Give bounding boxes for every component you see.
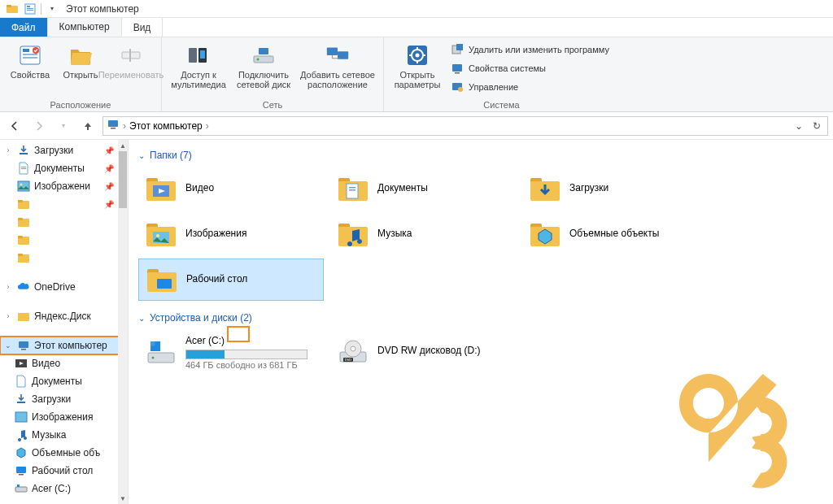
folder-desktop[interactable]: Рабочий стол <box>138 259 324 301</box>
map-drive-button[interactable]: Подключить сетевой диск <box>232 41 295 98</box>
media-label: Доступ к мультимедиа <box>168 70 229 89</box>
sidebar-item-documents[interactable]: Документы <box>0 372 119 390</box>
svg-rect-83 <box>157 279 172 289</box>
title-bar: ▾ Этот компьютер <box>0 0 833 18</box>
media-access-button[interactable]: Доступ к мультимедиа <box>168 41 229 98</box>
sidebar-item-yandex[interactable]: ›Яндекс.Диск <box>0 307 119 325</box>
drive-free-text: 464 ГБ свободно из 681 ГБ <box>185 359 307 371</box>
address-dropdown-icon[interactable]: ⌄ <box>792 120 806 132</box>
uninstall-programs-button[interactable]: Удалить или изменить программу <box>447 41 613 59</box>
drive-usage-bar <box>185 350 307 359</box>
folders-category-header[interactable]: ⌄Папки (7) <box>138 150 823 161</box>
sidebar-item-downloads[interactable]: Загрузки <box>0 390 119 408</box>
uninstall-icon <box>451 43 464 56</box>
qat-properties-icon[interactable] <box>21 1 39 17</box>
svg-point-33 <box>458 87 463 92</box>
item-label: Музыка <box>377 228 412 241</box>
item-label: Документы <box>377 182 428 195</box>
tab-view[interactable]: Вид <box>122 18 164 37</box>
sidebar-item-onedrive[interactable]: ›OneDrive <box>0 278 119 296</box>
folder-documents[interactable]: Документы <box>330 167 516 210</box>
chevron-down-icon: ⌄ <box>138 151 145 160</box>
add-network-location-button[interactable]: Добавить сетевое расположение <box>299 41 377 98</box>
svg-rect-59 <box>17 484 20 487</box>
qat-customize-icon[interactable]: ▾ <box>43 1 61 17</box>
document-icon <box>17 162 30 175</box>
sidebar-item-video[interactable]: Видео <box>0 354 119 372</box>
svg-rect-57 <box>19 474 24 476</box>
svg-rect-38 <box>21 168 26 169</box>
music-icon <box>15 428 28 441</box>
expand-icon[interactable]: › <box>3 283 13 291</box>
folder-downloads[interactable]: Загрузки <box>522 167 708 210</box>
sidebar-item-pictures[interactable]: Изображения <box>0 408 119 426</box>
drives-category-header[interactable]: ⌄Устройства и диски (2) <box>138 312 823 324</box>
tab-file[interactable]: Файл <box>0 18 48 37</box>
svg-point-76 <box>156 234 159 237</box>
content-pane: ⌄Папки (7) Видео Документы Загрузки Изоб… <box>129 140 833 504</box>
folder-music[interactable]: Музыка <box>330 213 516 255</box>
sidebar-item-folder[interactable] <box>0 213 119 231</box>
tab-computer[interactable]: Компьютер <box>48 18 122 37</box>
sidebar-label: Видео <box>32 358 60 369</box>
sidebar-item-3d-objects[interactable]: Объемные объ <box>0 444 119 462</box>
sidebar-item-folder-pinned[interactable]: 📌 <box>0 195 119 213</box>
nav-recent-button[interactable]: ▾ <box>54 116 73 136</box>
svg-rect-58 <box>15 487 27 492</box>
expand-icon[interactable]: › <box>3 146 13 154</box>
sidebar-label: Яндекс.Диск <box>34 311 91 322</box>
folder-pictures[interactable]: Изображения <box>138 213 324 255</box>
scroll-thumb[interactable] <box>119 151 127 208</box>
sidebar-item-this-pc[interactable]: ⌄Этот компьютер <box>0 337 119 354</box>
sidebar-scrollbar[interactable]: ▲ ▼ <box>118 140 128 504</box>
settings-icon <box>404 42 430 68</box>
svg-rect-69 <box>349 187 355 189</box>
svg-rect-68 <box>347 184 358 198</box>
pc-icon <box>107 118 120 133</box>
sidebar-item-acer-drive[interactable]: Acer (C:) <box>0 480 119 497</box>
svg-rect-30 <box>452 64 462 72</box>
rename-button: Переименовать <box>107 41 155 98</box>
svg-point-40 <box>20 184 23 186</box>
sidebar-item-documents[interactable]: Документы📌 <box>0 159 119 177</box>
svg-point-85 <box>152 357 155 359</box>
refresh-button[interactable]: ↻ <box>809 120 824 132</box>
sidebar-item-folder[interactable] <box>0 231 119 249</box>
drive-dvd-d[interactable]: DVD DVD RW дисковод (D:) <box>330 330 516 372</box>
group-network-label: Сеть <box>168 98 377 110</box>
properties-button[interactable]: Свойства <box>7 41 54 98</box>
nav-up-button[interactable] <box>78 116 98 136</box>
svg-rect-39 <box>18 181 29 191</box>
scroll-down-icon[interactable]: ▼ <box>118 493 128 504</box>
chevron-down-icon: ⌄ <box>138 314 145 323</box>
drive-acer-c[interactable]: Acer (C:) 464 ГБ свободно из 681 ГБ <box>138 330 324 380</box>
expand-icon[interactable]: › <box>3 312 13 320</box>
sidebar-label: Документы <box>34 163 85 174</box>
desktop-folder-icon <box>146 263 178 296</box>
collapse-icon[interactable]: ⌄ <box>3 341 13 350</box>
svg-rect-34 <box>108 120 118 127</box>
drive-name: DVD RW дисковод (D:) <box>377 345 481 358</box>
open-settings-button[interactable]: Открыть параметры <box>390 41 444 98</box>
add-location-icon <box>325 42 351 68</box>
folder-3d-objects[interactable]: Объемные объекты <box>522 213 708 255</box>
document-icon <box>15 375 28 388</box>
manage-button[interactable]: Управление <box>447 78 613 96</box>
folder-video[interactable]: Видео <box>138 167 324 210</box>
scroll-up-icon[interactable]: ▲ <box>118 140 128 151</box>
open-button[interactable]: Открыть <box>57 41 104 98</box>
qat-folder-icon[interactable] <box>3 1 21 17</box>
sidebar-item-downloads[interactable]: ›Загрузки📌 <box>0 141 119 159</box>
music-folder-icon <box>337 218 369 250</box>
sidebar-item-pictures[interactable]: Изображени📌 <box>0 177 119 195</box>
sidebar-item-music[interactable]: Музыка <box>0 426 119 444</box>
ribbon: Свойства Открыть Переименовать Расположе… <box>0 37 833 112</box>
breadcrumb-root[interactable]: Этот компьютер <box>129 120 203 132</box>
sidebar-item-folder[interactable] <box>0 249 119 267</box>
system-properties-button[interactable]: Свойства системы <box>447 59 613 77</box>
sidebar-item-desktop[interactable]: Рабочий стол <box>0 462 119 480</box>
nav-back-button[interactable] <box>5 116 24 136</box>
address-box[interactable]: › Этот компьютер › ⌄ ↻ <box>102 116 828 136</box>
svg-rect-12 <box>129 49 131 62</box>
chevron-right-icon: › <box>123 120 126 132</box>
